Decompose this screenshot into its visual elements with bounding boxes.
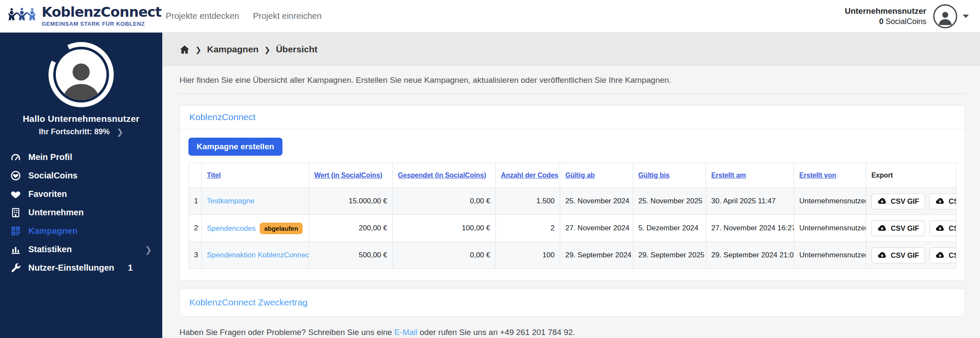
heart-icon	[10, 189, 21, 199]
people-logo-icon	[9, 4, 35, 29]
profile-progress-link[interactable]: Ihr Fortschritt: 89% ❯	[0, 127, 162, 137]
email-link[interactable]: E-Mail	[394, 328, 418, 337]
person-icon	[59, 58, 103, 100]
zweckertrag-card-title[interactable]: KoblenzConnect Zweckertrag	[189, 297, 307, 307]
sidebar-greeting: Hallo Unternehmensnutzer	[0, 114, 162, 124]
col-index	[189, 163, 202, 188]
table-row: 2 Spendencodesabgelaufen 200,00 € 100,00…	[189, 215, 956, 242]
footer-note: Haben Sie Fragen oder Probleme? Schreibe…	[179, 328, 965, 337]
campaigns-card: KoblenzConnect Kampagne erstellen	[179, 105, 965, 281]
campaigns-card-body: Kampagne erstellen Titel Wert (in Social	[180, 129, 965, 280]
logo[interactable]: KoblenzConnect GEMEINSAM STARK FÜR KOBLE…	[9, 4, 161, 29]
top-nav: Projekte entdecken Projekt einreichen	[166, 11, 322, 21]
table-row: 1 Testkampagne 15.000,00 € 0,00 € 1.500 …	[189, 188, 956, 215]
export-csv-gif-button[interactable]: CSV GIF	[871, 193, 925, 209]
person-icon	[937, 9, 953, 26]
sidebar: Hallo Unternehmensnutzer Ihr Fortschritt…	[0, 33, 162, 338]
nav-projekte-entdecken[interactable]: Projekte entdecken	[166, 11, 239, 21]
cloud-download-icon	[877, 252, 887, 259]
sidebar-item-mein-profil[interactable]: Mein Profil	[0, 148, 162, 166]
profile-avatar[interactable]	[56, 49, 106, 100]
col-gueltig-ab: Gültig ab	[560, 163, 633, 188]
breadcrumb: ❯ Kampagnen ❯ Übersicht	[162, 33, 980, 66]
nav-projekt-einreichen[interactable]: Projekt einreichen	[253, 11, 322, 21]
zweckertrag-card: KoblenzConnect Zweckertrag	[179, 288, 965, 317]
col-erstellt-von: Erstellt von	[794, 163, 866, 188]
campaigns-table: Titel Wert (in SocialCoins) Gespendet (i…	[188, 163, 956, 269]
bar-chart-icon	[10, 244, 21, 255]
content-area: KoblenzConnect Kampagne erstellen	[162, 94, 980, 337]
campaign-title-link[interactable]: Testkampagne	[207, 197, 255, 205]
sidebar-item-socialcoins[interactable]: SocialCoins	[0, 166, 162, 185]
cloud-download-icon	[877, 225, 887, 232]
intro-text: Hier finden Sie eine Übersicht aller Kam…	[179, 75, 965, 85]
cloud-download-icon	[877, 198, 887, 205]
campaigns-card-title[interactable]: KoblenzConnect	[189, 112, 255, 122]
gauge-icon	[10, 152, 21, 163]
table-row: 3 Spendenaktion KoblenzConnect 500,00 € …	[189, 242, 956, 269]
sidebar-item-favoriten[interactable]: Favoriten	[0, 185, 162, 203]
export-csv-gif-button[interactable]: CSV GIF	[871, 247, 925, 263]
home-icon[interactable]	[179, 45, 190, 54]
app-root: KoblenzConnect GEMEINSAM STARK FÜR KOBLE…	[0, 0, 980, 338]
logo-title: KoblenzConnect	[42, 5, 161, 19]
breadcrumb-separator: ❯	[195, 45, 201, 54]
col-wert: Wert (in SocialCoins)	[309, 163, 393, 188]
sidebar-item-unternehmen[interactable]: Unternehmen	[0, 203, 162, 222]
breadcrumb-separator: ❯	[264, 45, 270, 54]
user-name: Unternehmensnutzer	[845, 6, 926, 16]
export-csv-jpeg-button[interactable]: CSV JPEG	[929, 193, 956, 209]
campaign-title-link[interactable]: Spendencodes	[207, 224, 255, 232]
sidebar-item-kampagnen[interactable]: Kampagnen	[0, 222, 162, 240]
cloud-download-icon	[935, 252, 945, 259]
sidebar-item-nutzer-einstellungen[interactable]: Nutzer-Einstellungen 1	[0, 259, 162, 277]
coin-heart-icon	[10, 170, 21, 181]
top-header: KoblenzConnect GEMEINSAM STARK FÜR KOBLE…	[0, 0, 980, 33]
cloud-download-icon	[935, 198, 945, 205]
profile-progress-ring	[49, 42, 114, 107]
wrench-icon	[10, 263, 21, 273]
col-export: Export	[866, 163, 956, 188]
breadcrumb-uebersicht: Übersicht	[276, 44, 318, 54]
chevron-down-icon[interactable]	[963, 15, 969, 18]
status-badge: abgelaufen	[260, 223, 302, 234]
export-csv-jpeg-button[interactable]: CSV JPEG	[929, 247, 956, 263]
chevron-right-icon: ❯	[145, 244, 152, 255]
progress-label: Ihr Fortschritt: 89%	[39, 127, 110, 136]
user-avatar[interactable]	[933, 4, 957, 28]
sidebar-item-statistiken[interactable]: Statistiken ❯	[0, 240, 162, 259]
user-coins: 0 SocialCoins	[845, 17, 926, 26]
cloud-download-icon	[935, 225, 945, 232]
breadcrumb-kampagnen[interactable]: Kampagnen	[207, 44, 258, 54]
col-erstellt-am: Erstellt am	[706, 163, 794, 188]
campaigns-card-header: KoblenzConnect	[180, 106, 965, 129]
main-content: ❯ Kampagnen ❯ Übersicht Hier finden Sie …	[162, 33, 980, 338]
create-campaign-button[interactable]: Kampagne erstellen	[188, 138, 282, 156]
intro-section: Hier finden Sie eine Übersicht aller Kam…	[162, 66, 980, 94]
export-csv-jpeg-button[interactable]: CSV JPEG	[929, 220, 956, 236]
col-anzahl: Anzahl der Codes	[496, 163, 560, 188]
col-gespendet: Gespendet (in SocialCoins)	[393, 163, 496, 188]
col-gueltig-bis: Gültig bis	[633, 163, 706, 188]
logo-subtitle: GEMEINSAM STARK FÜR KOBLENZ	[42, 21, 161, 27]
export-csv-gif-button[interactable]: CSV GIF	[871, 220, 925, 236]
user-info: Unternehmensnutzer 0 SocialCoins	[845, 6, 926, 26]
building-icon	[10, 207, 21, 218]
campaign-title-link[interactable]: Spendenaktion KoblenzConnect	[207, 251, 309, 259]
chevron-right-icon: ❯	[117, 127, 124, 137]
col-titel: Titel	[202, 163, 309, 188]
qr-code-icon	[10, 226, 21, 236]
settings-count-badge: 1	[128, 263, 133, 273]
table-header-row: Titel Wert (in SocialCoins) Gespendet (i…	[189, 163, 956, 188]
sidebar-menu: Mein Profil SocialCoins Favoriten	[0, 148, 162, 277]
